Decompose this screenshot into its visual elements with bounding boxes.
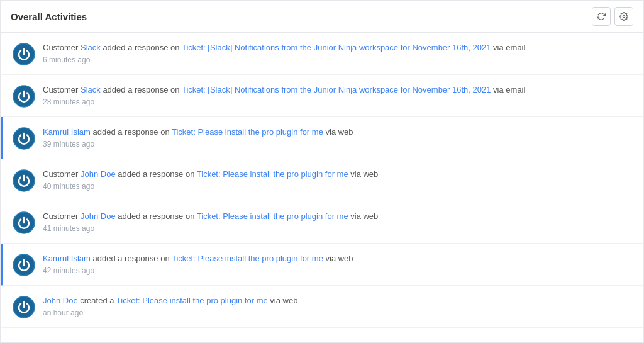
activity-text: Customer John Doe added a response on Ti…	[43, 168, 633, 181]
activity-time: 40 minutes ago	[43, 182, 633, 191]
activity-link[interactable]: Ticket: Please install the pro plugin fo…	[172, 127, 323, 137]
activity-text: Kamrul Islam added a response on Ticket:…	[43, 252, 633, 265]
activity-content: Kamrul Islam added a response on Ticket:…	[43, 126, 633, 149]
list-item: Customer Slack added a response on Ticke…	[1, 75, 643, 117]
activity-content: Kamrul Islam added a response on Ticket:…	[43, 252, 633, 275]
activity-link[interactable]: John Doe	[80, 169, 116, 179]
page-title: Overall Activities	[11, 11, 87, 22]
activity-content: Customer Slack added a response on Ticke…	[43, 42, 633, 64]
activity-link[interactable]: Ticket: Please install the pro plugin fo…	[197, 169, 348, 179]
page-container: Overall Activities Customer S	[0, 0, 644, 343]
activity-content: Customer John Doe added a response on Ti…	[43, 168, 633, 191]
activity-content: John Doe created a Ticket: Please instal…	[43, 295, 633, 317]
activity-list: Customer Slack added a response on Ticke…	[1, 33, 643, 328]
avatar	[13, 85, 35, 108]
activity-time: 6 minutes ago	[43, 55, 633, 64]
settings-button[interactable]	[614, 7, 633, 26]
avatar	[13, 169, 35, 192]
activity-link[interactable]: Ticket: Please install the pro plugin fo…	[172, 254, 323, 263]
activity-link[interactable]: Slack	[80, 43, 101, 52]
header-actions	[592, 7, 633, 26]
activity-link[interactable]: Ticket: [Slack] Notifications from the J…	[182, 43, 491, 52]
header: Overall Activities	[1, 1, 643, 33]
activity-link[interactable]: Ticket: Please install the pro plugin fo…	[116, 296, 268, 305]
activity-text: Kamrul Islam added a response on Ticket:…	[43, 126, 633, 138]
activity-text: Customer John Doe added a response on Ti…	[43, 210, 633, 223]
activity-text: Customer Slack added a response on Ticke…	[43, 84, 633, 96]
activity-link[interactable]: Ticket: [Slack] Notifications from the J…	[182, 85, 491, 94]
activity-time: 28 minutes ago	[43, 98, 633, 106]
list-item: Kamrul Islam added a response on Ticket:…	[1, 244, 643, 286]
activity-time: 42 minutes ago	[43, 266, 633, 275]
activity-content: Customer John Doe added a response on Ti…	[43, 210, 633, 233]
activity-time: 41 minutes ago	[43, 224, 633, 233]
list-item: John Doe created a Ticket: Please instal…	[1, 286, 643, 328]
activity-link[interactable]: Slack	[80, 85, 101, 94]
activity-link[interactable]: Ticket: Please install the pro plugin fo…	[197, 211, 348, 221]
avatar	[13, 43, 35, 65]
activity-link[interactable]: Kamrul Islam	[43, 127, 91, 137]
activity-time: an hour ago	[43, 308, 633, 317]
avatar	[13, 254, 35, 276]
activity-time: 39 minutes ago	[43, 140, 633, 149]
activity-link[interactable]: John Doe	[80, 211, 116, 221]
activity-content: Customer Slack added a response on Ticke…	[43, 84, 633, 106]
activity-link[interactable]: Kamrul Islam	[43, 254, 91, 263]
list-item: Kamrul Islam added a response on Ticket:…	[1, 117, 643, 159]
avatar	[13, 211, 35, 234]
refresh-button[interactable]	[592, 7, 611, 26]
list-item: Customer John Doe added a response on Ti…	[1, 159, 643, 201]
activity-link[interactable]: John Doe	[43, 296, 78, 305]
activity-text: Customer Slack added a response on Ticke…	[43, 42, 633, 54]
list-item: Customer Slack added a response on Ticke…	[1, 33, 643, 75]
svg-point-0	[623, 15, 625, 18]
activity-text: John Doe created a Ticket: Please instal…	[43, 295, 633, 307]
list-item: Customer John Doe added a response on Ti…	[1, 201, 643, 244]
avatar	[13, 296, 35, 318]
avatar	[13, 127, 35, 150]
